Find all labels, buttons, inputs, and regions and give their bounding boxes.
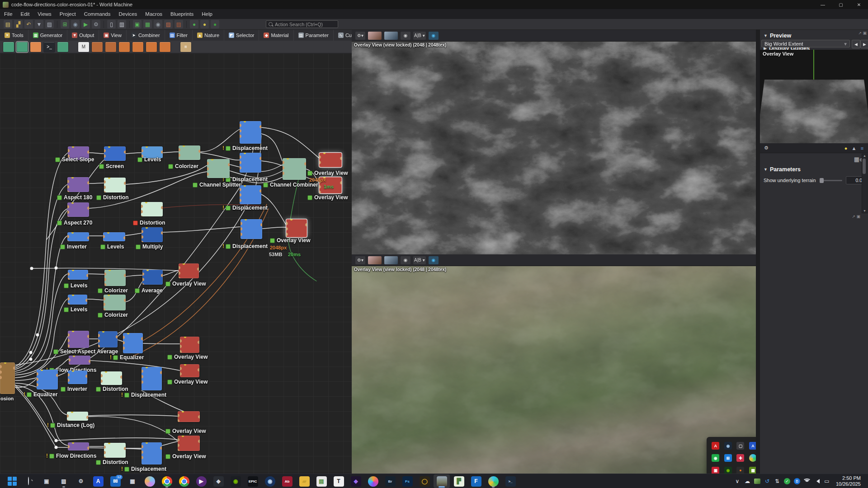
device-generator-icon[interactable] [3, 42, 14, 52]
green-folder-icon[interactable]: ▦ [749, 467, 756, 474]
menu-devices[interactable]: Devices [114, 10, 141, 18]
output-port[interactable] [160, 446, 162, 450]
input-ports[interactable] [0, 365, 2, 368]
camera-icon[interactable]: ◉ [429, 256, 439, 264]
input-ports[interactable] [104, 149, 106, 152]
onedrive-icon[interactable]: ☁ [743, 476, 752, 487]
preview-device-icon[interactable]: ⚙ [762, 145, 770, 152]
prev-extent-button[interactable]: ◀ [852, 40, 860, 48]
macro-icon[interactable]: ⚙ [92, 20, 100, 28]
tab-combiner[interactable]: ➤Combiner [127, 30, 165, 41]
node-colorizer-c[interactable] [104, 295, 126, 310]
maximize-button[interactable]: ▢ [832, 0, 850, 9]
menu-blueprints[interactable]: Blueprints [166, 10, 198, 18]
node-levels-c[interactable] [68, 270, 88, 280]
output-port[interactable] [87, 236, 89, 239]
output-port[interactable] [198, 440, 200, 443]
output-port[interactable] [198, 341, 199, 344]
bluetooth-icon[interactable]: B [794, 478, 800, 484]
export-icon[interactable]: ▨ [45, 20, 54, 28]
minimize-button[interactable]: — [814, 0, 832, 9]
node-displacement-3[interactable] [240, 185, 261, 204]
input-ports[interactable] [180, 339, 182, 343]
output-port[interactable] [198, 150, 200, 153]
node-channel-combiner[interactable] [283, 158, 306, 180]
node-aspect-270[interactable] [67, 202, 89, 217]
input-ports[interactable] [104, 180, 106, 183]
chrome-2-icon[interactable] [176, 474, 192, 488]
output-port[interactable] [85, 375, 87, 378]
output-port[interactable] [259, 189, 261, 192]
node-overlay-view-4[interactable] [179, 263, 199, 278]
device-layout-icon[interactable]: ≡ [180, 42, 192, 52]
extent-dropdown[interactable]: Big World Extent▾ [761, 40, 850, 47]
output-port[interactable] [89, 360, 90, 363]
viewport-top[interactable]: ⚙▾ ◉ A|B ▾ ◉ Overlay View (view locked) … [352, 30, 756, 254]
output-port[interactable] [124, 299, 126, 302]
sphere-preview-icon[interactable]: ◉ [401, 256, 410, 264]
input-ports[interactable] [98, 334, 100, 337]
input-ports[interactable] [67, 205, 69, 208]
output-port[interactable] [228, 163, 230, 166]
node-displacement-5[interactable] [142, 367, 162, 390]
unity-icon[interactable]: ◆ [210, 474, 226, 488]
ab-compare-toggle[interactable]: A|B ▾ [413, 256, 426, 264]
param-slider[interactable] [820, 180, 842, 181]
texture-thumbnail-icon[interactable] [368, 32, 382, 40]
bridge-icon[interactable]: Br [382, 474, 398, 488]
nvidia-shortcut-icon[interactable]: ◉ [724, 467, 732, 474]
node-aspect-mid[interactable] [98, 331, 118, 347]
node-distortion-b[interactable] [141, 202, 163, 216]
menu-views[interactable]: Views [33, 10, 55, 18]
calculator-icon[interactable]: ▦ [124, 474, 141, 488]
autodesk-icon[interactable]: A [749, 442, 756, 450]
device-chooser-2-icon[interactable] [159, 42, 171, 52]
input-ports[interactable] [103, 235, 105, 238]
edge-icon[interactable] [485, 474, 501, 488]
sync-icon[interactable]: ↺ [763, 476, 772, 487]
menu-commands[interactable]: Commands [80, 10, 115, 18]
output-port[interactable] [86, 416, 88, 419]
viewport-device-icon[interactable]: ⚙▾ [355, 32, 365, 40]
build-icon[interactable]: ▶ [81, 20, 90, 28]
output-port[interactable] [87, 150, 89, 154]
input-ports[interactable] [241, 222, 242, 225]
steam-icon[interactable]: ◉ [262, 474, 278, 488]
node-graph-canvas[interactable]: Select SlopeScreenLevelsColorizer!Displa… [0, 53, 352, 474]
output-port[interactable] [85, 299, 87, 302]
tab-output[interactable]: ▼Output [67, 30, 99, 41]
settings-icon[interactable]: ⚙ [73, 474, 89, 488]
input-ports[interactable] [142, 370, 143, 373]
input-ports[interactable] [67, 235, 69, 238]
menu-help[interactable]: Help [198, 10, 217, 18]
node-levels-b[interactable] [103, 232, 125, 241]
pen-input-icon[interactable]: ▭ [822, 476, 831, 487]
device-combiner-2-icon[interactable] [105, 42, 117, 52]
action-search-input[interactable]: Action Search (Ctrl+Q) [266, 20, 338, 28]
device-view-icon[interactable]: ▣ [133, 20, 142, 28]
output-port[interactable] [124, 182, 126, 185]
preview-menu-icon[interactable]: ≡ [858, 145, 866, 152]
device-splitter-icon[interactable] [118, 42, 130, 52]
node-overlay-view-6[interactable] [178, 436, 200, 451]
input-ports[interactable] [68, 297, 70, 300]
input-ports[interactable] [178, 438, 179, 441]
node-colorizer-a[interactable] [179, 145, 200, 160]
history-scrollbar[interactable]: ▲ ▼ [862, 154, 868, 213]
input-ports[interactable] [179, 266, 180, 269]
input-ports[interactable] [68, 272, 70, 276]
taskbar-clock[interactable]: 2:50 PM 10/26/2025 [833, 475, 865, 487]
output-port[interactable] [161, 150, 163, 154]
node-distortion-c[interactable] [101, 371, 122, 385]
open-world-icon[interactable]: ▞ [14, 20, 23, 28]
world-machine-icon[interactable] [434, 474, 450, 488]
output-port[interactable] [87, 181, 89, 184]
node-multiply[interactable] [142, 227, 163, 242]
input-ports[interactable] [68, 149, 70, 152]
new-world-icon[interactable]: ▤ [4, 20, 12, 28]
tab-generator[interactable]: ▦Generator [28, 30, 68, 41]
obsidian-icon[interactable]: ◆ [348, 474, 364, 488]
input-ports[interactable] [123, 336, 125, 339]
input-ports[interactable] [283, 161, 284, 164]
device-chooser-icon[interactable] [146, 42, 157, 52]
